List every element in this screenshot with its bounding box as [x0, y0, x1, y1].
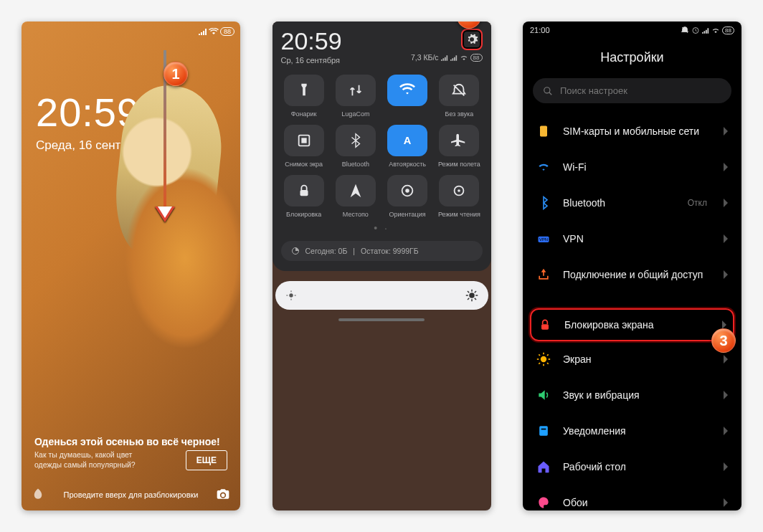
settings-item-label: Bluetooth — [563, 197, 676, 209]
svg-line-19 — [468, 291, 469, 293]
signal-icon — [450, 54, 458, 61]
settings-item-vpn[interactable]: VPN VPN — [524, 221, 740, 257]
qs-tile-button[interactable] — [439, 125, 479, 156]
qs-tile-label: Режим полета — [438, 161, 480, 168]
wifi-icon — [460, 54, 468, 61]
wifi-icon — [536, 159, 551, 175]
svg-rect-29 — [541, 324, 549, 330]
settings-item-label: Подключение и общий доступ — [563, 269, 711, 280]
qs-tile-button[interactable] — [439, 75, 479, 106]
brightness-slider[interactable] — [275, 281, 488, 310]
qs-tile-flashlight[interactable]: Фонарик — [281, 75, 327, 118]
qs-tile-rotation[interactable]: Ориентация — [384, 175, 430, 218]
svg-rect-40 — [541, 429, 546, 430]
svg-line-22 — [474, 291, 475, 293]
chevron-right-icon — [723, 234, 729, 243]
chevron-right-icon — [723, 355, 729, 364]
usage-remaining: Остаток: 9999ГБ — [361, 247, 419, 255]
settings-item-label: Рабочий стол — [563, 461, 711, 472]
qs-tile-wifi[interactable] — [384, 75, 430, 118]
brightness-low-icon — [285, 290, 297, 301]
qs-tile-button[interactable] — [284, 125, 324, 156]
qs-tile-lock[interactable]: Блокировка — [281, 175, 327, 218]
vpn-icon: VPN — [536, 231, 551, 247]
svg-point-24 — [544, 87, 550, 92]
settings-search[interactable]: Поиск настроек — [533, 78, 731, 103]
promo-more-button[interactable]: ЕЩЕ — [186, 450, 227, 470]
flashlight-icon — [296, 82, 312, 98]
settings-item-share[interactable]: Подключение и общий доступ — [524, 257, 740, 293]
signal-icon — [702, 27, 709, 34]
unlock-hint: Проведите вверх для разблокировки — [22, 490, 240, 499]
qs-tile-label: Местопо — [343, 211, 369, 218]
quick-tiles-grid: Фонарик LugaCom Без звука Снимок экра Bl… — [281, 75, 483, 218]
settings-item-sun[interactable]: Экран — [524, 341, 740, 377]
qs-tile-button[interactable] — [439, 175, 479, 206]
location-icon — [348, 183, 364, 199]
notification-shade[interactable]: 20:59 Ср, 16 сентября 2 7,3 КБ/с 88 — [272, 22, 491, 271]
svg-line-38 — [547, 354, 549, 356]
qs-tile-button[interactable] — [387, 175, 427, 206]
settings-gear-button[interactable] — [461, 29, 483, 50]
qs-tile-mute[interactable]: Без звука — [436, 75, 482, 118]
signal-icon — [199, 28, 207, 35]
qs-tile-button[interactable] — [336, 175, 376, 206]
qs-tile-reading[interactable]: Режим чтения — [436, 175, 482, 218]
signal-icon — [441, 54, 448, 61]
qs-tile-button[interactable]: A — [387, 125, 427, 156]
lockscreen-panel: 88 20:59 Среда, 16 сентября 1 Оденься эт… — [22, 22, 240, 510]
settings-item-bluetooth[interactable]: Bluetooth Откл — [524, 185, 740, 221]
search-icon — [543, 86, 553, 96]
battery-icon: 88 — [220, 27, 234, 36]
qs-tile-label: LugaCom — [341, 110, 369, 118]
chevron-right-icon — [723, 270, 729, 279]
qs-tile-button[interactable] — [284, 175, 324, 206]
search-placeholder: Поиск настроек — [560, 85, 627, 96]
qs-tile-autobright[interactable]: A Автояркость — [384, 125, 430, 168]
qs-tile-airplane[interactable]: Режим полета — [436, 125, 482, 168]
reading-icon — [451, 183, 467, 199]
settings-item-wifi[interactable]: Wi-Fi — [524, 149, 740, 185]
qs-tile-bluetooth[interactable]: Bluetooth — [333, 125, 379, 168]
qs-tile-data[interactable]: LugaCom — [333, 75, 379, 118]
settings-item-label: VPN — [563, 233, 711, 244]
lock-icon — [296, 183, 312, 199]
chevron-right-icon — [723, 391, 729, 399]
share-icon — [536, 267, 551, 282]
settings-item-sound[interactable]: Звук и вибрация — [524, 377, 740, 413]
qs-tile-label: Ориентация — [389, 211, 426, 218]
svg-line-37 — [539, 363, 540, 364]
promo-subtitle: Как ты думаешь, какой цвет одежды самый … — [34, 450, 156, 470]
settings-title: Настройки — [523, 39, 741, 78]
status-bar: 21:00 88 — [523, 22, 741, 39]
qs-time: 20:59 — [281, 29, 342, 53]
svg-point-9 — [289, 293, 293, 297]
data-icon — [348, 82, 364, 98]
settings-item-home[interactable]: Рабочий стол — [524, 449, 740, 485]
qs-tile-button[interactable] — [336, 75, 376, 106]
svg-point-30 — [541, 356, 546, 362]
svg-point-14 — [469, 293, 475, 298]
settings-list-display: Блокировка экрана 3 Экран Звук и вибраци… — [523, 308, 741, 510]
qs-tile-location[interactable]: Местопо — [333, 175, 379, 218]
home-indicator[interactable] — [338, 318, 425, 321]
svg-rect-39 — [539, 426, 548, 435]
qs-tile-screenshot[interactable]: Снимок экра — [281, 125, 327, 168]
status-bar: 88 — [22, 22, 240, 39]
settings-item-lock[interactable]: Блокировка экрана 3 — [530, 308, 734, 341]
settings-item-sim[interactable]: SIM-карты и мобильные сети — [524, 113, 740, 149]
chevron-right-icon — [723, 163, 729, 171]
settings-item-label: Звук и вибрация — [563, 389, 711, 401]
mute-icon — [451, 82, 467, 98]
settings-item-value: Откл — [688, 198, 707, 208]
settings-panel: 21:00 88 Настройки Поиск настроек SIM-ка… — [523, 22, 741, 510]
qs-tile-button[interactable] — [336, 125, 376, 156]
settings-item-label: Уведомления — [563, 425, 711, 437]
qs-tile-button[interactable] — [387, 75, 427, 106]
wifi-icon — [711, 27, 720, 34]
data-usage-row[interactable]: Сегодня: 0Б | Остаток: 9999ГБ — [281, 241, 483, 261]
qs-tile-button[interactable] — [284, 75, 324, 106]
lock-icon — [537, 317, 553, 333]
settings-item-notif[interactable]: Уведомления — [524, 413, 740, 449]
settings-item-wallpaper[interactable]: Обои — [524, 485, 740, 510]
